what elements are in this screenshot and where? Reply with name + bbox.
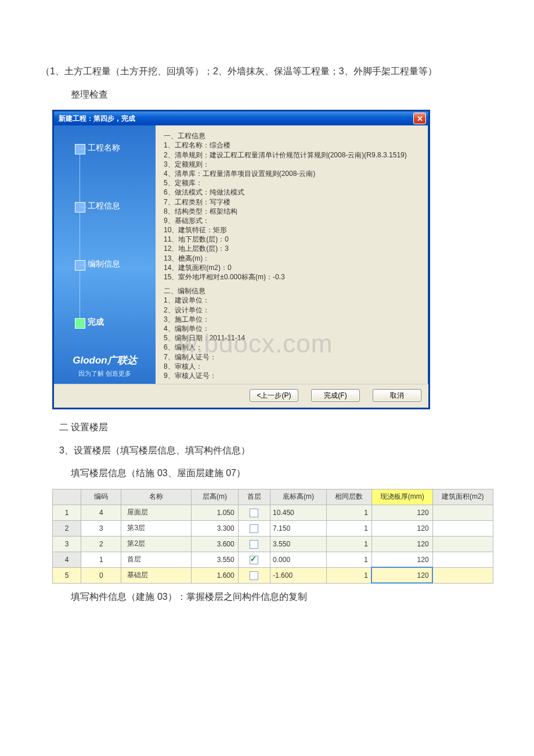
info-list-rule: 2、清单规则：建设工程工程量清单计价规范计算规则(2008-云南)(R9.8.3… bbox=[164, 150, 420, 160]
cell-same-floors[interactable]: 1 bbox=[326, 552, 371, 567]
dialog-titlebar: 新建工程：第四步，完成 ✕ bbox=[54, 111, 428, 125]
wizard-step-compile[interactable]: 编制信息 bbox=[54, 259, 156, 269]
cell-slab[interactable]: 120 bbox=[371, 536, 432, 552]
checkbox-icon[interactable] bbox=[250, 524, 258, 533]
brand-slogan: 因为了解 创造更多 bbox=[54, 369, 156, 378]
paragraph-floor-info-text: 填写楼层信息（结施 03、屋面层建施 07） bbox=[68, 468, 246, 478]
table-row[interactable]: 41首层3.5500.0001120 bbox=[53, 552, 493, 567]
col-area: 建筑面积(m2) bbox=[432, 489, 493, 505]
step-marker-icon bbox=[75, 202, 85, 213]
cell-bottom-elev[interactable]: 3.550 bbox=[270, 536, 327, 552]
info-list-lib: 4、清单库：工程量清单项目设置规则(2008-云南) bbox=[164, 169, 420, 178]
cancel-button[interactable]: 取消 bbox=[373, 389, 421, 402]
cell-slab[interactable]: 120 bbox=[371, 520, 432, 536]
close-button[interactable]: ✕ bbox=[413, 113, 426, 124]
checkbox-icon[interactable] bbox=[250, 571, 258, 580]
wizard-step-name[interactable]: 工程名称 bbox=[54, 143, 156, 153]
floor-table[interactable]: 编码 名称 层高(m) 首层 底标高(m) 相同层数 现浇板厚(mm) 建筑面积… bbox=[52, 489, 493, 584]
cell-bottom-elev[interactable]: 0.000 bbox=[270, 552, 327, 567]
info-quota-rule: 3、定额规则： bbox=[164, 160, 420, 169]
row-index: 5 bbox=[53, 567, 81, 583]
cell-height[interactable]: 3.600 bbox=[192, 536, 238, 552]
section-2-title: 二、编制信息 bbox=[164, 286, 420, 296]
cell-area[interactable] bbox=[432, 505, 493, 520]
cell-area[interactable] bbox=[432, 520, 493, 536]
table-row[interactable]: 50基础层1.600-1.6001120 bbox=[53, 567, 493, 583]
cell-first-floor[interactable] bbox=[238, 567, 270, 583]
cell-same-floors[interactable]: 1 bbox=[326, 536, 371, 552]
cell-first-floor[interactable] bbox=[238, 536, 270, 552]
cell-code[interactable]: 4 bbox=[81, 505, 121, 520]
col-bottom: 底标高(m) bbox=[270, 489, 327, 505]
info-outdoor-elev: 15、室外地坪相对±0.000标高(m)：-0.3 bbox=[164, 272, 420, 282]
finish-button[interactable]: 完成(F) bbox=[311, 389, 360, 402]
info-aboveground-floors: 12、地上层数(层)：3 bbox=[164, 244, 420, 253]
table-header-row: 编码 名称 层高(m) 首层 底标高(m) 相同层数 现浇板厚(mm) 建筑面积… bbox=[53, 489, 493, 505]
row-index: 1 bbox=[53, 505, 81, 520]
dialog-buttons: <上一步(P) 完成(F) 取消 bbox=[54, 384, 428, 408]
cell-name[interactable]: 屋面层 bbox=[121, 505, 192, 520]
section-1-title: 一、工程信息 bbox=[164, 131, 420, 141]
info-eave-height: 13、檐高(m)： bbox=[164, 254, 420, 263]
dialog-body: 工程名称 工程信息 编制信息 完成 bbox=[54, 125, 428, 384]
cell-first-floor[interactable] bbox=[238, 505, 270, 520]
paragraph-earthworks: （1、土方工程量（土方开挖、回填等）；2、外墙抹灰、保温等工程量；3、外脚手架工… bbox=[41, 64, 493, 79]
wizard-step-label: 编制信息 bbox=[88, 259, 120, 268]
wizard-sidebar: 工程名称 工程信息 编制信息 完成 bbox=[54, 125, 156, 384]
cell-slab[interactable]: 120 bbox=[371, 567, 432, 583]
row-index: 2 bbox=[53, 520, 81, 536]
checkbox-icon[interactable] bbox=[250, 540, 258, 549]
cell-first-floor[interactable] bbox=[238, 520, 270, 536]
checkbox-icon[interactable] bbox=[250, 509, 258, 517]
info-struct-type: 8、结构类型：框架结构 bbox=[164, 207, 420, 216]
cell-slab[interactable]: 120 bbox=[371, 552, 432, 567]
info-method-mode: 6、做法模式：纯做法模式 bbox=[164, 188, 420, 197]
wizard-step-finish[interactable]: 完成 bbox=[54, 317, 156, 327]
cell-bottom-elev[interactable]: 7.150 bbox=[270, 520, 327, 536]
cell-code[interactable]: 2 bbox=[81, 536, 121, 552]
cell-height[interactable]: 3.550 bbox=[192, 552, 238, 567]
cell-name[interactable]: 第2层 bbox=[121, 536, 192, 552]
cell-same-floors[interactable]: 1 bbox=[326, 567, 371, 583]
row-index: 4 bbox=[53, 552, 81, 567]
heading-floor-setting: 二 设置楼层 bbox=[41, 420, 493, 435]
cell-bottom-elev[interactable]: -1.600 bbox=[270, 567, 327, 583]
new-project-dialog: 新建工程：第四步，完成 ✕ 工程名称 工程信息 bbox=[52, 110, 430, 409]
cell-height[interactable]: 1.600 bbox=[192, 567, 238, 583]
cell-height[interactable]: 1.050 bbox=[192, 505, 238, 520]
cell-slab[interactable]: 120 bbox=[371, 505, 432, 520]
cell-name[interactable]: 基础层 bbox=[121, 567, 192, 583]
checkbox-icon[interactable] bbox=[250, 556, 258, 564]
table-row[interactable]: 23第3层3.3007.1501120 bbox=[53, 520, 493, 536]
cell-same-floors[interactable]: 1 bbox=[326, 520, 371, 536]
cell-same-floors[interactable]: 1 bbox=[326, 505, 371, 520]
info-build-unit: 1、建设单位： bbox=[164, 296, 420, 305]
info-compile-date: 5、编制日期：2011-11-14 bbox=[164, 333, 420, 343]
wizard-steps: 工程名称 工程信息 编制信息 完成 bbox=[54, 143, 156, 327]
cell-area[interactable] bbox=[432, 567, 493, 583]
paragraph-floor-info: 填写楼层信息（结施 03、屋面层建施 07） bbox=[41, 466, 493, 481]
info-reviewer-cert: 9、审核人证号： bbox=[164, 371, 420, 380]
prev-button[interactable]: <上一步(P) bbox=[250, 389, 298, 402]
table-row[interactable]: 14屋面层1.05010.4501120 bbox=[53, 505, 493, 520]
row-index: 3 bbox=[53, 536, 81, 552]
cell-first-floor[interactable] bbox=[238, 552, 270, 567]
close-icon: ✕ bbox=[417, 115, 423, 123]
col-first: 首层 bbox=[238, 489, 270, 505]
cell-name[interactable]: 首层 bbox=[121, 552, 192, 567]
cell-area[interactable] bbox=[432, 552, 493, 567]
table-row[interactable]: 32第2层3.6003.5501120 bbox=[53, 536, 493, 552]
paragraph-check-text: 整理检查 bbox=[68, 89, 108, 99]
cell-area[interactable] bbox=[432, 536, 493, 552]
cell-name[interactable]: 第3层 bbox=[121, 520, 192, 536]
cell-height[interactable]: 3.300 bbox=[192, 520, 238, 536]
wizard-step-info[interactable]: 工程信息 bbox=[54, 201, 156, 211]
col-code: 编码 bbox=[81, 489, 121, 505]
cell-code[interactable]: 1 bbox=[81, 552, 121, 567]
cell-bottom-elev[interactable]: 10.450 bbox=[270, 505, 327, 520]
info-design-unit: 2、设计单位： bbox=[164, 305, 420, 315]
wizard-step-label: 工程名称 bbox=[88, 143, 120, 152]
cell-code[interactable]: 3 bbox=[81, 520, 121, 536]
cell-code[interactable]: 0 bbox=[81, 567, 121, 583]
wizard-step-label: 工程信息 bbox=[88, 201, 120, 210]
